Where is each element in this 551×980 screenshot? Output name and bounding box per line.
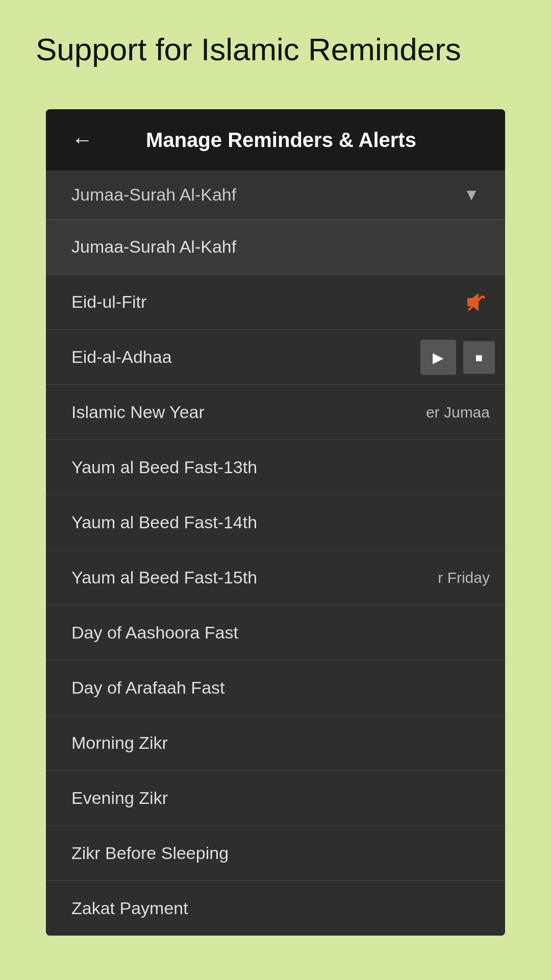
list-item[interactable]: Yaum al Beed Fast-13th xyxy=(46,440,505,495)
app-card: ← Manage Reminders & Alerts Jumaa-Surah … xyxy=(46,109,505,936)
item-label: Islamic New Year xyxy=(71,402,205,422)
list-item[interactable]: Zikr Before Sleeping xyxy=(46,826,505,881)
stop-button[interactable]: ■ xyxy=(463,341,495,374)
page-title: Support for Islamic Reminders xyxy=(0,0,551,109)
dropdown-list: Jumaa-Surah Al-Kahf Eid-ul-Fitr Eid-al-A… xyxy=(46,219,505,936)
item-label: Zikr Before Sleeping xyxy=(71,843,229,863)
after-jumaa-text: er Jumaa xyxy=(426,404,490,421)
selector-label: Jumaa-Surah Al-Kahf xyxy=(71,185,236,205)
item-label: Evening Zikr xyxy=(71,788,168,807)
list-item[interactable]: Yaum al Beed Fast-15th xyxy=(46,550,505,605)
item-label: Yaum al Beed Fast-15th xyxy=(71,568,257,587)
svg-line-3 xyxy=(468,308,470,310)
list-item[interactable]: Jumaa-Surah Al-Kahf xyxy=(46,219,505,275)
islamic-new-year-row: Islamic New Year er Jumaa xyxy=(46,385,505,440)
list-item[interactable]: Morning Zikr xyxy=(46,716,505,771)
selector-row[interactable]: Jumaa-Surah Al-Kahf ▼ xyxy=(46,170,505,219)
header-title: Manage Reminders & Alerts xyxy=(113,129,480,152)
play-button[interactable]: ▶ xyxy=(420,340,456,375)
item-label: Eid-ul-Fitr xyxy=(71,292,146,311)
list-item[interactable]: Zakat Payment xyxy=(46,881,505,936)
back-button[interactable]: ← xyxy=(71,128,93,152)
friday-text: r Friday xyxy=(438,569,490,586)
list-item[interactable]: Day of Arafaah Fast xyxy=(46,660,505,716)
app-header: ← Manage Reminders & Alerts xyxy=(46,109,505,170)
dropdown-arrow-icon[interactable]: ▼ xyxy=(463,185,480,204)
list-item[interactable]: Eid-ul-Fitr xyxy=(46,275,505,330)
eid-fitr-row: Eid-ul-Fitr xyxy=(46,275,505,330)
list-item[interactable]: Yaum al Beed Fast-14th xyxy=(46,495,505,550)
mute-icon xyxy=(463,289,490,315)
item-label: Yaum al Beed Fast-14th xyxy=(71,512,257,532)
item-label: Zakat Payment xyxy=(71,898,188,918)
list-item[interactable]: Day of Aashoora Fast xyxy=(46,605,505,660)
item-label: Jumaa-Surah Al-Kahf xyxy=(71,237,236,256)
item-label: Yaum al Beed Fast-13th xyxy=(71,457,257,477)
yaum-15-row: Yaum al Beed Fast-15th r Friday xyxy=(46,550,505,605)
svg-line-2 xyxy=(483,296,485,298)
item-label: Eid-al-Adhaa xyxy=(71,347,172,366)
item-label: Day of Aashoora Fast xyxy=(71,623,238,642)
eid-adhaa-row: Eid-al-Adhaa ▶ ■ xyxy=(46,330,505,385)
list-item[interactable]: Evening Zikr xyxy=(46,771,505,826)
item-label: Day of Arafaah Fast xyxy=(71,678,225,697)
item-label: Morning Zikr xyxy=(71,733,168,752)
